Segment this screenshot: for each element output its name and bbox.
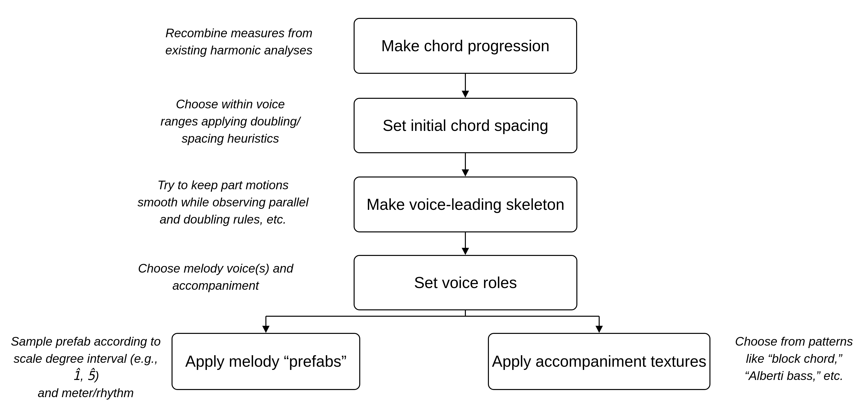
annotation-melody-voice: Choose melody voice(s) andaccompaniment — [108, 260, 323, 294]
voice-roles-label: Set voice roles — [414, 273, 517, 292]
accompaniment-textures-box: Apply accompaniment textures — [488, 333, 710, 390]
svg-marker-3 — [462, 169, 469, 177]
svg-marker-5 — [462, 248, 469, 255]
chord-progression-box: Make chord progression — [353, 18, 577, 74]
annotation-sample-prefab: Sample prefab according toscale degree i… — [7, 333, 164, 402]
voice-leading-label: Make voice-leading skeleton — [367, 195, 565, 214]
svg-marker-12 — [595, 326, 603, 333]
annotation-choose-patterns: Choose from patternslike “block chord,”“… — [728, 333, 860, 384]
initial-chord-spacing-box: Set initial chord spacing — [353, 98, 577, 153]
voice-leading-box: Make voice-leading skeleton — [353, 177, 577, 232]
svg-marker-9 — [262, 326, 270, 333]
accompaniment-textures-label: Apply accompaniment textures — [492, 352, 706, 371]
diagram-container: Make chord progression Set initial chord… — [0, 0, 868, 403]
chord-progression-label: Make chord progression — [381, 36, 550, 55]
melody-prefabs-box: Apply melody “prefabs” — [172, 333, 360, 390]
svg-marker-1 — [462, 91, 469, 98]
annotation-part-motions: Try to keep part motionssmooth while obs… — [113, 177, 333, 228]
melody-prefabs-label: Apply melody “prefabs” — [185, 352, 346, 371]
voice-roles-box: Set voice roles — [353, 255, 577, 310]
annotation-recombine: Recombine measures fromexisting harmonic… — [138, 25, 339, 59]
initial-chord-spacing-label: Set initial chord spacing — [383, 116, 549, 135]
annotation-voice-ranges: Choose within voiceranges applying doubl… — [130, 96, 331, 147]
